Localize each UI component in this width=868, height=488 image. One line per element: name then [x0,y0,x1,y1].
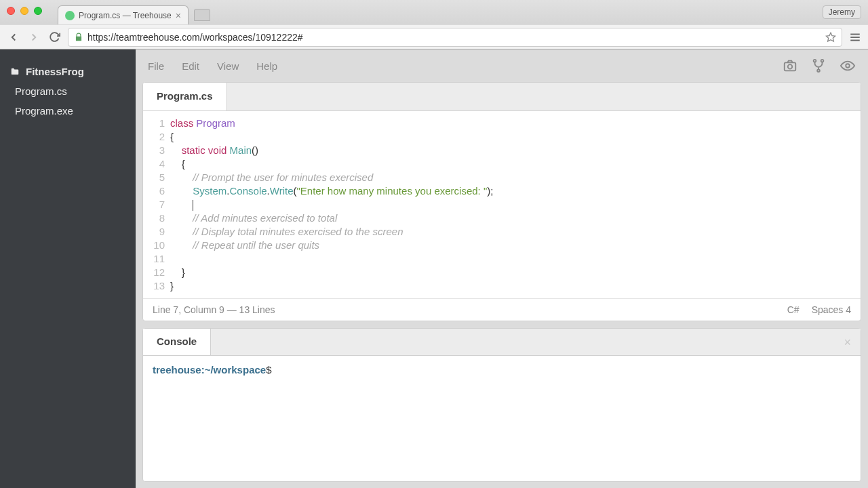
workspace-app: FitnessFrog Program.cs Program.exe File … [0,49,868,488]
menu-edit[interactable]: Edit [182,60,199,72]
file-item-program-cs[interactable]: Program.cs [0,81,136,101]
file-item-program-exe[interactable]: Program.exe [0,101,136,121]
fork-icon[interactable] [811,58,826,73]
svg-rect-4 [785,62,796,70]
code-editor[interactable]: 12345678910111213 class Program { static… [143,111,861,298]
console-close-icon[interactable]: × [844,336,851,350]
svg-point-6 [814,60,816,62]
browser-chrome: Program.cs — Treehouse × Jeremy https://… [0,0,868,49]
line-gutter: 12345678910111213 [143,117,170,293]
new-tab-button[interactable] [194,9,210,21]
folder-icon [9,67,20,77]
editor-panel: Program.cs 12345678910111213 class Progr… [142,82,861,321]
camera-icon[interactable] [783,58,797,73]
bookmark-star-icon[interactable] [825,32,836,43]
favicon-icon [65,11,75,20]
tab-title: Program.cs — Treehouse [79,11,172,20]
url-text: https://teamtreehouse.com/workspaces/109… [87,32,821,43]
maximize-window-icon[interactable] [34,7,42,15]
menu-help[interactable]: Help [256,60,277,72]
file-tree-sidebar: FitnessFrog Program.cs Program.exe [0,49,136,488]
svg-point-8 [817,70,820,73]
tab-close-icon[interactable]: × [176,10,181,21]
user-chip[interactable]: Jeremy [823,5,861,19]
svg-point-7 [821,60,824,62]
close-window-icon[interactable] [7,7,15,15]
project-name: FitnessFrog [26,66,84,77]
prompt-host: treehouse: [153,364,205,375]
console-tab[interactable]: Console [143,329,211,355]
file-label: Program.cs [15,85,67,97]
editor-tab-program[interactable]: Program.cs [143,83,227,110]
indent-setting[interactable]: Spaces 4 [812,304,851,315]
svg-marker-0 [826,33,835,41]
project-folder[interactable]: FitnessFrog [0,62,136,81]
svg-point-9 [846,64,850,68]
editor-tab-bar: Program.cs [143,83,861,111]
back-button[interactable] [7,30,20,44]
workspace-main: File Edit View Help Program.cs [136,49,868,488]
window-controls [7,7,42,15]
file-label: Program.exe [15,105,73,117]
minimize-window-icon[interactable] [20,7,28,15]
console-panel: Console × treehouse:~/workspace$ [142,328,861,482]
menu-bar: File Edit View Help [142,56,861,75]
language-mode[interactable]: C# [787,304,800,315]
prompt-path: ~/workspace [205,364,266,375]
prompt-symbol: $ [266,364,271,375]
browser-menu-icon[interactable] [849,31,861,43]
text-cursor [193,200,193,211]
svg-point-5 [788,64,792,68]
lock-icon [74,33,83,42]
forward-button[interactable] [27,30,41,44]
reload-button[interactable] [47,30,61,44]
browser-tab[interactable]: Program.cs — Treehouse × [58,5,189,24]
address-bar-row: https://teamtreehouse.com/workspaces/109… [0,24,868,49]
code-content: class Program { static void Main() { // … [170,117,861,293]
menu-file[interactable]: File [148,60,164,72]
menu-view[interactable]: View [217,60,239,72]
cursor-position: Line 7, Column 9 — 13 Lines [153,304,275,315]
url-bar[interactable]: https://teamtreehouse.com/workspaces/109… [68,28,842,47]
console-tab-bar: Console × [143,329,861,356]
editor-statusbar: Line 7, Column 9 — 13 Lines C# Spaces 4 [143,298,861,321]
preview-eye-icon[interactable] [840,58,856,73]
tab-bar: Program.cs — Treehouse × Jeremy [0,0,868,24]
console-terminal[interactable]: treehouse:~/workspace$ [143,356,861,481]
